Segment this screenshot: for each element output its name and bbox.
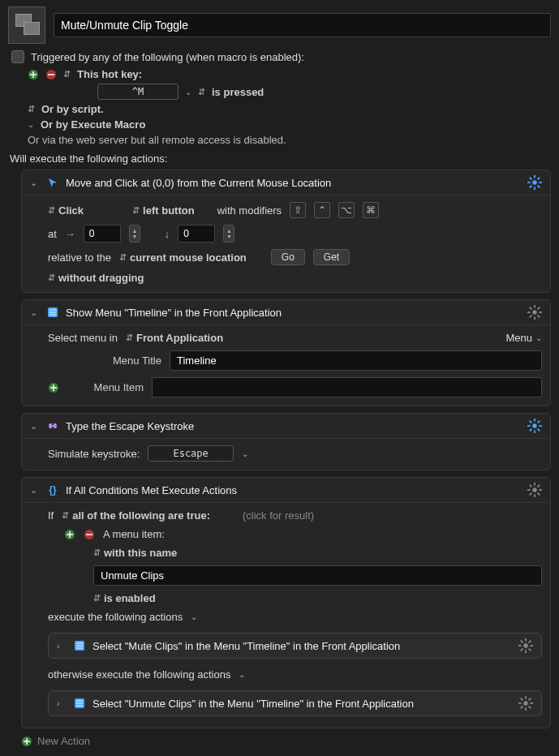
svg-line-62: [529, 698, 531, 701]
select-menu-label: Select menu in: [48, 332, 118, 344]
gear-icon[interactable]: [527, 419, 542, 433]
execute-label: execute the following actions: [48, 611, 183, 623]
svg-line-28: [538, 429, 540, 432]
is-enabled-popup[interactable]: ⇵is enabled: [93, 592, 156, 604]
menu-icon: [73, 639, 86, 652]
trigger-checkbox[interactable]: [11, 50, 24, 63]
mod-control[interactable]: ⌃: [314, 202, 330, 218]
hotkey-state: is pressed: [212, 86, 264, 98]
remove-trigger-icon[interactable]: [45, 69, 57, 80]
keystroke-field[interactable]: Escape: [148, 445, 233, 462]
all-true-popup[interactable]: ⇵all of the following are true:: [62, 509, 210, 522]
disclosure-icon[interactable]: ⌄: [30, 307, 40, 318]
if-label: If: [48, 509, 54, 522]
disclosure-icon[interactable]: ›: [57, 698, 67, 708]
menu-title-label: Menu Title: [74, 354, 161, 367]
svg-line-52: [529, 641, 531, 643]
menu-popup[interactable]: Menu⌄: [505, 332, 542, 344]
mod-option[interactable]: ⌥: [338, 202, 355, 218]
at-label: at: [48, 228, 57, 240]
chevron-icon[interactable]: ⌄: [28, 120, 34, 129]
hotkey-label: This hot key:: [77, 68, 142, 80]
gear-icon[interactable]: [518, 638, 533, 653]
mod-command[interactable]: ⌘: [363, 202, 379, 218]
svg-line-38: [538, 493, 540, 496]
with-name-popup[interactable]: ⇵with this name: [93, 547, 177, 559]
disclosure-icon[interactable]: ›: [57, 641, 67, 651]
or-execute-macro-label: Or by Execute Macro: [41, 118, 145, 131]
svg-point-22: [532, 423, 536, 427]
nested-title: Select "Mute Clips" in the Menu "Timelin…: [92, 640, 512, 652]
new-action-label[interactable]: New Action: [37, 735, 90, 747]
add-menu-item-icon[interactable]: [48, 382, 59, 393]
nested-action-else[interactable]: › Select "Unmute Clips" in the Menu "Tim…: [48, 690, 542, 716]
svg-line-29: [530, 429, 532, 432]
x-stepper[interactable]: ▲▼: [129, 225, 140, 243]
keystroke-dropdown-icon[interactable]: ⌄: [242, 449, 248, 458]
condition-name-input[interactable]: [93, 565, 542, 586]
svg-point-12: [532, 310, 536, 314]
svg-text:{}: {}: [49, 484, 57, 496]
svg-point-2: [532, 180, 536, 184]
svg-line-17: [530, 307, 532, 310]
down-arrow-icon: ↓: [165, 228, 170, 240]
macro-icon[interactable]: [8, 6, 45, 44]
nested-action-then[interactable]: › Select "Mute Clips" in the Menu "Timel…: [48, 633, 542, 659]
svg-line-8: [538, 186, 540, 188]
remove-condition-icon[interactable]: [84, 529, 95, 540]
svg-line-10: [538, 178, 540, 180]
gear-icon[interactable]: [518, 696, 533, 711]
add-trigger-icon[interactable]: [28, 69, 39, 80]
get-button[interactable]: Get: [313, 249, 350, 265]
actions-header: Will execute the following actions:: [10, 152, 551, 165]
x-input[interactable]: [84, 225, 121, 243]
svg-line-27: [530, 421, 532, 423]
app-popup[interactable]: ⇵Front Application: [126, 332, 223, 344]
menu-item-input[interactable]: [152, 377, 542, 397]
or-script-label: Or by script.: [41, 103, 104, 115]
hotkey-dropdown-icon[interactable]: ⌄: [185, 88, 191, 97]
svg-line-9: [530, 186, 532, 188]
mod-shift[interactable]: ⇧: [290, 202, 306, 218]
sort-icon[interactable]: ⇵: [63, 69, 71, 79]
action-type-keystroke: ⌄ Type the Escape Keystroke Simulate key…: [21, 413, 551, 470]
svg-line-19: [530, 316, 532, 318]
menu-title-input[interactable]: [170, 350, 542, 371]
braces-icon: {}: [46, 483, 59, 496]
relative-popup[interactable]: ⇵current mouse location: [119, 251, 247, 264]
drag-popup[interactable]: ⇵without dragging: [48, 272, 144, 284]
action-title: Move and Click at (0,0) from the Current…: [66, 177, 521, 189]
svg-line-50: [529, 649, 531, 651]
click-popup[interactable]: ⇵Click: [48, 204, 84, 217]
macro-title-input[interactable]: [54, 13, 551, 37]
y-stepper[interactable]: ▲▼: [223, 225, 234, 243]
cursor-icon: [46, 176, 59, 189]
new-action-icon[interactable]: [21, 736, 32, 747]
sort-icon-2[interactable]: ⇵: [198, 87, 205, 97]
svg-point-54: [523, 701, 527, 705]
relative-label: relative to the: [48, 251, 111, 264]
gear-icon[interactable]: [527, 483, 542, 497]
button-popup[interactable]: ⇵left button: [132, 204, 195, 217]
disclosure-icon[interactable]: ⌄: [30, 178, 40, 188]
disclosure-icon[interactable]: ⌄: [30, 485, 40, 496]
hotkey-field[interactable]: ^M: [97, 84, 178, 100]
y-input[interactable]: [178, 225, 215, 243]
svg-line-20: [538, 307, 540, 310]
click-result-hint[interactable]: (click for result): [243, 509, 314, 522]
chevron-down-icon[interactable]: ⌄: [239, 670, 245, 679]
modifiers-label: with modifiers: [217, 204, 282, 217]
menu-icon: [46, 306, 59, 319]
go-button[interactable]: Go: [271, 249, 305, 265]
gear-icon[interactable]: [527, 305, 542, 320]
disclosure-icon[interactable]: ⌄: [30, 421, 40, 432]
svg-point-32: [532, 488, 536, 492]
add-condition-icon[interactable]: [64, 529, 75, 540]
menu-icon: [73, 697, 86, 710]
sort-icon-3[interactable]: ⇵: [28, 104, 35, 114]
svg-line-40: [538, 485, 540, 488]
svg-line-60: [529, 707, 531, 709]
action-title: Show Menu "Timeline" in the Front Applic…: [66, 307, 521, 319]
chevron-down-icon[interactable]: ⌄: [191, 612, 197, 621]
gear-icon[interactable]: [527, 175, 542, 190]
